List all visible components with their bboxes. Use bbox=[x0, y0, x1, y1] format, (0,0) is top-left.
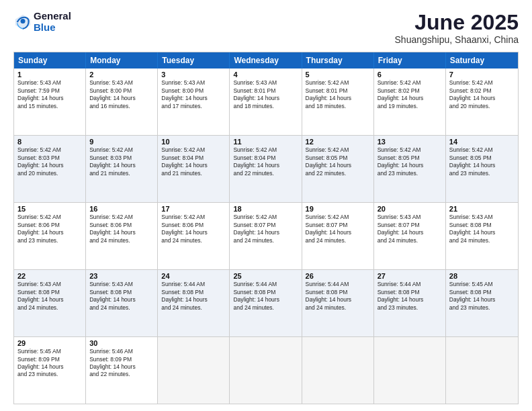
day-number: 29 bbox=[17, 339, 82, 347]
day-number: 6 bbox=[378, 71, 442, 79]
day-info: Sunrise: 5:42 AMSunset: 8:07 PMDaylight:… bbox=[306, 214, 370, 244]
calendar-cell-empty bbox=[158, 337, 230, 404]
calendar-cell-22: 22Sunrise: 5:43 AMSunset: 8:08 PMDayligh… bbox=[14, 270, 86, 336]
calendar-cell-empty bbox=[230, 337, 302, 404]
calendar-cell-17: 17Sunrise: 5:42 AMSunset: 8:06 PMDayligh… bbox=[158, 203, 230, 269]
day-number: 2 bbox=[89, 71, 154, 79]
day-number: 27 bbox=[378, 272, 442, 280]
calendar-cell-15: 15Sunrise: 5:42 AMSunset: 8:06 PMDayligh… bbox=[14, 203, 86, 269]
calendar-row-2: 8Sunrise: 5:42 AMSunset: 8:03 PMDaylight… bbox=[14, 135, 518, 202]
day-info: Sunrise: 5:43 AMSunset: 8:00 PMDaylight:… bbox=[89, 79, 154, 110]
calendar-cell-6: 6Sunrise: 5:42 AMSunset: 8:02 PMDaylight… bbox=[374, 68, 446, 135]
calendar-body: 1Sunrise: 5:43 AMSunset: 7:59 PMDaylight… bbox=[14, 68, 518, 404]
calendar-cell-21: 21Sunrise: 5:43 AMSunset: 8:08 PMDayligh… bbox=[446, 203, 518, 269]
calendar-row-5: 29Sunrise: 5:45 AMSunset: 8:09 PMDayligh… bbox=[14, 336, 518, 404]
day-number: 22 bbox=[17, 272, 82, 280]
calendar-cell-27: 27Sunrise: 5:44 AMSunset: 8:08 PMDayligh… bbox=[374, 270, 446, 336]
day-info: Sunrise: 5:42 AMSunset: 8:03 PMDaylight:… bbox=[89, 146, 154, 177]
logo-text: General Blue bbox=[34, 11, 71, 33]
calendar-cell-empty bbox=[302, 337, 374, 404]
day-number: 9 bbox=[89, 138, 154, 146]
day-info: Sunrise: 5:43 AMSunset: 8:08 PMDaylight:… bbox=[89, 281, 154, 312]
calendar-row-1: 1Sunrise: 5:43 AMSunset: 7:59 PMDaylight… bbox=[14, 68, 518, 135]
day-info: Sunrise: 5:43 AMSunset: 8:08 PMDaylight:… bbox=[449, 214, 515, 244]
day-info: Sunrise: 5:43 AMSunset: 8:08 PMDaylight:… bbox=[17, 281, 82, 312]
day-number: 14 bbox=[449, 138, 515, 146]
calendar-cell-9: 9Sunrise: 5:42 AMSunset: 8:03 PMDaylight… bbox=[86, 136, 158, 202]
day-number: 12 bbox=[306, 138, 370, 146]
day-number: 1 bbox=[17, 71, 82, 79]
day-number: 23 bbox=[89, 272, 154, 280]
day-info: Sunrise: 5:45 AMSunset: 8:09 PMDaylight:… bbox=[17, 348, 82, 379]
day-info: Sunrise: 5:43 AMSunset: 8:01 PMDaylight:… bbox=[233, 79, 298, 110]
day-number: 21 bbox=[449, 205, 515, 213]
calendar-cell-1: 1Sunrise: 5:43 AMSunset: 7:59 PMDaylight… bbox=[14, 68, 86, 135]
calendar-cell-7: 7Sunrise: 5:42 AMSunset: 8:02 PMDaylight… bbox=[446, 68, 518, 135]
calendar-row-4: 22Sunrise: 5:43 AMSunset: 8:08 PMDayligh… bbox=[14, 269, 518, 336]
day-info: Sunrise: 5:42 AMSunset: 8:06 PMDaylight:… bbox=[17, 214, 82, 244]
location: Shuangshipu, Shaanxi, China bbox=[395, 34, 519, 45]
day-number: 10 bbox=[161, 138, 226, 146]
header: General Blue June 2025 Shuangshipu, Shaa… bbox=[13, 11, 519, 45]
calendar-cell-24: 24Sunrise: 5:44 AMSunset: 8:08 PMDayligh… bbox=[158, 270, 230, 336]
calendar-cell-4: 4Sunrise: 5:43 AMSunset: 8:01 PMDaylight… bbox=[230, 68, 302, 135]
day-number: 30 bbox=[89, 339, 154, 347]
title-area: June 2025 Shuangshipu, Shaanxi, China bbox=[395, 11, 519, 45]
svg-point-1 bbox=[21, 19, 26, 24]
calendar-cell-28: 28Sunrise: 5:45 AMSunset: 8:08 PMDayligh… bbox=[446, 270, 518, 336]
day-number: 8 bbox=[17, 138, 82, 146]
calendar-cell-23: 23Sunrise: 5:43 AMSunset: 8:08 PMDayligh… bbox=[86, 270, 158, 336]
calendar: SundayMondayTuesdayWednesdayThursdayFrid… bbox=[13, 52, 519, 404]
day-number: 5 bbox=[306, 71, 370, 79]
header-day-tuesday: Tuesday bbox=[158, 52, 230, 68]
calendar-cell-12: 12Sunrise: 5:42 AMSunset: 8:05 PMDayligh… bbox=[302, 136, 374, 202]
calendar-cell-25: 25Sunrise: 5:44 AMSunset: 8:08 PMDayligh… bbox=[230, 270, 302, 336]
header-day-saturday: Saturday bbox=[446, 52, 518, 68]
day-info: Sunrise: 5:42 AMSunset: 8:06 PMDaylight:… bbox=[161, 214, 226, 244]
day-number: 7 bbox=[449, 71, 515, 79]
header-day-friday: Friday bbox=[374, 52, 446, 68]
calendar-cell-14: 14Sunrise: 5:42 AMSunset: 8:05 PMDayligh… bbox=[446, 136, 518, 202]
day-info: Sunrise: 5:44 AMSunset: 8:08 PMDaylight:… bbox=[306, 281, 370, 312]
logo: General Blue bbox=[13, 11, 71, 33]
calendar-cell-8: 8Sunrise: 5:42 AMSunset: 8:03 PMDaylight… bbox=[14, 136, 86, 202]
day-info: Sunrise: 5:42 AMSunset: 8:05 PMDaylight:… bbox=[449, 146, 515, 177]
day-info: Sunrise: 5:43 AMSunset: 8:00 PMDaylight:… bbox=[161, 79, 226, 110]
day-info: Sunrise: 5:46 AMSunset: 8:09 PMDaylight:… bbox=[89, 348, 154, 379]
day-number: 26 bbox=[306, 272, 370, 280]
header-day-sunday: Sunday bbox=[14, 52, 86, 68]
header-day-monday: Monday bbox=[86, 52, 158, 68]
day-info: Sunrise: 5:42 AMSunset: 8:01 PMDaylight:… bbox=[306, 79, 370, 110]
calendar-cell-10: 10Sunrise: 5:42 AMSunset: 8:04 PMDayligh… bbox=[158, 136, 230, 202]
calendar-cell-2: 2Sunrise: 5:43 AMSunset: 8:00 PMDaylight… bbox=[86, 68, 158, 135]
day-number: 19 bbox=[306, 205, 370, 213]
day-info: Sunrise: 5:42 AMSunset: 8:05 PMDaylight:… bbox=[306, 146, 370, 177]
day-number: 3 bbox=[161, 71, 226, 79]
day-number: 15 bbox=[17, 205, 82, 213]
header-day-thursday: Thursday bbox=[302, 52, 374, 68]
day-info: Sunrise: 5:42 AMSunset: 8:02 PMDaylight:… bbox=[378, 79, 442, 110]
day-info: Sunrise: 5:42 AMSunset: 8:05 PMDaylight:… bbox=[378, 146, 442, 177]
day-info: Sunrise: 5:42 AMSunset: 8:06 PMDaylight:… bbox=[89, 214, 154, 244]
calendar-cell-30: 30Sunrise: 5:46 AMSunset: 8:09 PMDayligh… bbox=[86, 337, 158, 404]
calendar-cell-19: 19Sunrise: 5:42 AMSunset: 8:07 PMDayligh… bbox=[302, 203, 374, 269]
day-info: Sunrise: 5:42 AMSunset: 8:04 PMDaylight:… bbox=[161, 146, 226, 177]
day-number: 11 bbox=[233, 138, 298, 146]
day-number: 28 bbox=[449, 272, 515, 280]
day-number: 16 bbox=[89, 205, 154, 213]
day-info: Sunrise: 5:45 AMSunset: 8:08 PMDaylight:… bbox=[449, 281, 515, 312]
day-info: Sunrise: 5:42 AMSunset: 8:04 PMDaylight:… bbox=[233, 146, 298, 177]
page: General Blue June 2025 Shuangshipu, Shaa… bbox=[0, 0, 532, 411]
header-day-wednesday: Wednesday bbox=[230, 52, 302, 68]
day-info: Sunrise: 5:43 AMSunset: 8:07 PMDaylight:… bbox=[378, 214, 442, 244]
calendar-cell-26: 26Sunrise: 5:44 AMSunset: 8:08 PMDayligh… bbox=[302, 270, 374, 336]
day-number: 24 bbox=[161, 272, 226, 280]
day-info: Sunrise: 5:44 AMSunset: 8:08 PMDaylight:… bbox=[233, 281, 298, 312]
day-number: 25 bbox=[233, 272, 298, 280]
day-number: 13 bbox=[378, 138, 442, 146]
calendar-row-3: 15Sunrise: 5:42 AMSunset: 8:06 PMDayligh… bbox=[14, 202, 518, 269]
day-number: 18 bbox=[233, 205, 298, 213]
calendar-cell-11: 11Sunrise: 5:42 AMSunset: 8:04 PMDayligh… bbox=[230, 136, 302, 202]
day-info: Sunrise: 5:43 AMSunset: 7:59 PMDaylight:… bbox=[17, 79, 82, 110]
day-info: Sunrise: 5:44 AMSunset: 8:08 PMDaylight:… bbox=[161, 281, 226, 312]
